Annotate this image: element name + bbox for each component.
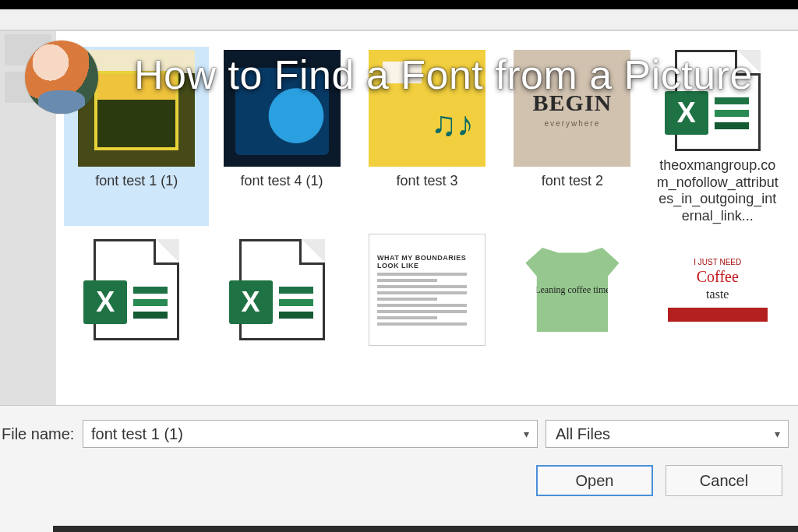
file-label: theoxmangroup.com_nofollow_attributes_in… <box>655 157 780 224</box>
dialog-bottom-pane: File name: font test 1 (1) ▾ All Files ▾… <box>0 405 798 532</box>
filename-value: font test 1 (1) <box>91 425 183 443</box>
open-button[interactable]: Open <box>536 465 653 496</box>
thumb-doc-title: WHAT MY BOUNDARIES LOOK LIKE <box>377 254 477 270</box>
chevron-down-icon: ▾ <box>775 428 780 440</box>
file-item-excel-3[interactable]: X <box>209 231 354 355</box>
thumb-text: taste <box>706 287 729 301</box>
excel-x-icon: X <box>665 91 708 135</box>
thumb-text: BEGIN <box>533 90 613 116</box>
file-thumbnail <box>224 50 341 167</box>
excel-x-icon: X <box>83 280 127 324</box>
excel-file-icon: X <box>239 239 325 340</box>
file-thumbnail: X <box>659 50 776 151</box>
file-thumbnail: X <box>224 234 341 346</box>
window-top-black-bar <box>0 0 798 9</box>
file-item-coffee[interactable]: I JUST NEED Coffee taste <box>645 231 790 355</box>
file-thumbnail: BEGIN everywhere <box>514 50 630 167</box>
file-thumbnail <box>78 50 195 167</box>
file-item-excel-2[interactable]: X <box>64 231 209 355</box>
file-item-font-test-2[interactable]: BEGIN everywhere font test 2 <box>500 47 644 226</box>
excel-bars-icon <box>279 287 313 319</box>
file-label: font test 4 (1) <box>241 173 323 190</box>
footer-divider <box>53 526 798 532</box>
cancel-button[interactable]: Cancel <box>666 465 782 496</box>
file-grid: font test 1 (1) font test 4 (1) font tes… <box>56 31 798 405</box>
excel-x-icon: X <box>229 280 273 324</box>
file-thumbnail: Leaning coffee time <box>514 234 630 346</box>
filename-input[interactable]: font test 1 (1) ▾ <box>83 420 538 448</box>
file-label: font test 3 <box>396 173 457 190</box>
filetype-filter[interactable]: All Files ▾ <box>546 420 789 448</box>
file-thumbnail: I JUST NEED Coffee taste <box>659 234 776 346</box>
file-item-excel-1[interactable]: X theoxmangroup.com_nofollow_attributes_… <box>645 47 790 226</box>
excel-file-icon: X <box>94 239 179 340</box>
file-item-tshirt[interactable]: Leaning coffee time <box>500 231 644 355</box>
file-label: font test 2 <box>542 173 603 190</box>
sidebar <box>0 31 56 405</box>
dialog-header-strip <box>0 9 798 31</box>
file-thumbnail: X <box>78 234 195 346</box>
file-browser: font test 1 (1) font test 4 (1) font tes… <box>0 31 798 405</box>
file-item-font-test-1[interactable]: font test 1 (1) <box>64 47 209 226</box>
excel-bars-icon <box>133 287 168 319</box>
thumb-text: Coffee <box>697 268 739 286</box>
excel-bars-icon <box>715 97 749 129</box>
excel-file-icon: X <box>675 50 761 151</box>
file-item-font-test-3[interactable]: font test 3 <box>355 47 500 226</box>
file-thumbnail: WHAT MY BOUNDARIES LOOK LIKE <box>369 234 486 346</box>
chevron-down-icon: ▾ <box>524 428 529 440</box>
file-item-font-test-4[interactable]: font test 4 (1) <box>209 47 354 226</box>
file-label: font test 1 (1) <box>95 173 178 190</box>
file-thumbnail <box>369 50 486 167</box>
filename-label: File name: <box>0 425 75 443</box>
sidebar-item[interactable] <box>5 72 51 103</box>
sidebar-item[interactable] <box>5 34 51 65</box>
thumb-text: Leaning coffee time <box>535 284 609 296</box>
thumb-text: I JUST NEED <box>694 258 741 266</box>
filter-value: All Files <box>556 425 610 443</box>
file-item-document[interactable]: WHAT MY BOUNDARIES LOOK LIKE <box>355 231 500 355</box>
thumb-subtext: everywhere <box>545 119 601 128</box>
